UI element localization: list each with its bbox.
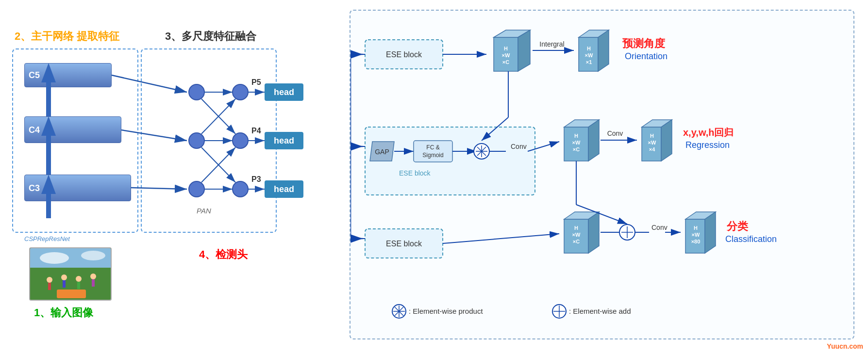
svg-rect-12 xyxy=(57,290,86,298)
svg-text:Intergral: Intergral xyxy=(539,40,564,48)
svg-text:FC &: FC & xyxy=(426,144,439,151)
pan-title: 3、多尺度特征融合 xyxy=(165,29,256,44)
svg-text:×W: ×W xyxy=(502,52,510,58)
pan-box xyxy=(141,48,277,233)
backbone-title: 2、主干网络 提取特征 xyxy=(15,29,119,44)
svg-text:×W: ×W xyxy=(572,140,581,145)
svg-marker-98 xyxy=(661,120,672,161)
bar-c5: C5 xyxy=(24,63,112,87)
svg-text:Orientation: Orientation xyxy=(625,51,668,61)
svg-text:×4: ×4 xyxy=(649,146,655,152)
svg-rect-7 xyxy=(63,280,66,288)
svg-text:×1: ×1 xyxy=(586,59,592,65)
svg-point-3 xyxy=(81,251,105,260)
right-svg: ESE block H ×W ×C Intergral H ×W ×1 预测角度… xyxy=(351,11,855,340)
left-section: 2、主干网络 提取特征 3、多尺度特征融合 4、检测头 C5 C4 C3 CSP… xyxy=(10,10,340,344)
svg-rect-9 xyxy=(77,282,80,289)
svg-line-106 xyxy=(443,234,559,243)
svg-text:×C: ×C xyxy=(502,59,509,65)
svg-text:: Element-wise add: : Element-wise add xyxy=(569,307,631,315)
svg-text:×W: ×W xyxy=(648,140,656,145)
input-image xyxy=(29,247,112,301)
svg-text:H: H xyxy=(587,46,591,51)
svg-marker-63 xyxy=(598,30,609,71)
svg-text:×80: ×80 xyxy=(691,239,701,244)
svg-text:H: H xyxy=(504,46,508,51)
svg-text:Regression: Regression xyxy=(685,140,730,150)
svg-marker-90 xyxy=(588,120,599,161)
svg-point-6 xyxy=(61,274,67,280)
svg-text:head: head xyxy=(274,136,294,145)
svg-text:×W: ×W xyxy=(692,232,700,238)
svg-text:head: head xyxy=(274,87,294,97)
svg-text:H: H xyxy=(694,225,698,231)
svg-point-8 xyxy=(76,276,82,282)
svg-text:分类: 分类 xyxy=(726,220,749,232)
svg-text:×W: ×W xyxy=(585,52,593,58)
right-section: ESE block H ×W ×C Intergral H ×W ×1 预测角度… xyxy=(350,10,854,339)
svg-marker-124 xyxy=(705,212,716,253)
svg-text:H: H xyxy=(574,133,578,139)
svg-marker-55 xyxy=(518,30,530,71)
svg-marker-109 xyxy=(588,212,599,253)
svg-text:Conv: Conv xyxy=(511,143,527,150)
svg-text:×C: ×C xyxy=(573,146,580,152)
bar-c3: C3 xyxy=(24,175,131,201)
svg-text:head: head xyxy=(274,184,294,194)
svg-text:ESE block: ESE block xyxy=(386,240,422,248)
svg-point-4 xyxy=(47,277,52,283)
svg-text:Classification: Classification xyxy=(725,234,777,244)
input-title: 1、输入图像 xyxy=(34,306,93,320)
c5-label: C5 xyxy=(29,70,40,80)
bar-c4: C4 xyxy=(24,116,121,143)
svg-text:H: H xyxy=(574,225,578,231)
svg-text:ESE block: ESE block xyxy=(386,50,422,59)
svg-text:×C: ×C xyxy=(573,239,580,244)
c3-label: C3 xyxy=(29,183,40,193)
svg-rect-5 xyxy=(48,283,51,290)
svg-text:H: H xyxy=(650,133,654,139)
main-container: 2、主干网络 提取特征 3、多尺度特征融合 4、检测头 C5 C4 C3 CSP… xyxy=(0,0,868,354)
svg-text:: Element-wise product: : Element-wise product xyxy=(409,307,483,315)
svg-point-2 xyxy=(40,252,69,264)
watermark: Yuucn.com xyxy=(827,342,863,350)
svg-text:Conv: Conv xyxy=(607,129,623,137)
csp-label: CSPRepResNet xyxy=(24,235,70,242)
svg-point-10 xyxy=(90,274,96,279)
svg-rect-11 xyxy=(92,279,95,287)
svg-text:Sigmoid: Sigmoid xyxy=(422,152,443,159)
c4-label: C4 xyxy=(29,125,40,135)
svg-text:x,y,w,h回归: x,y,w,h回归 xyxy=(683,127,734,138)
svg-text:预测角度: 预测角度 xyxy=(622,37,666,49)
svg-text:GAP: GAP xyxy=(375,148,389,156)
svg-text:Conv: Conv xyxy=(651,224,668,231)
svg-text:ESE block: ESE block xyxy=(399,169,431,177)
svg-text:×W: ×W xyxy=(572,232,581,238)
head-title: 4、检测头 xyxy=(199,247,248,262)
